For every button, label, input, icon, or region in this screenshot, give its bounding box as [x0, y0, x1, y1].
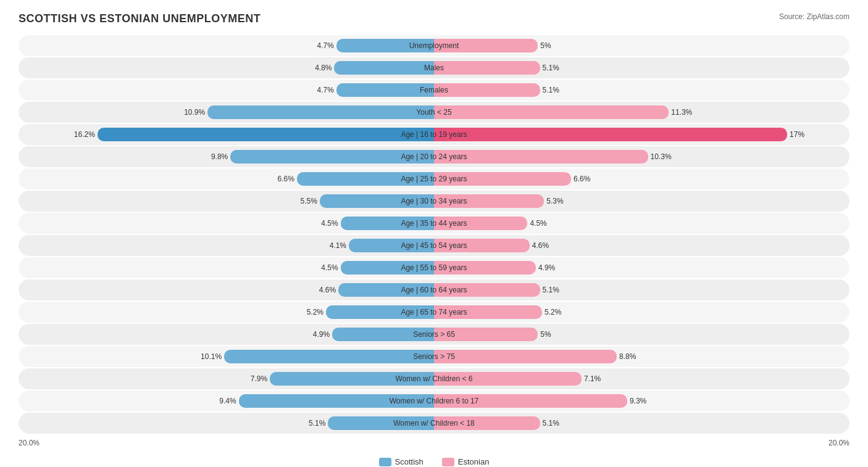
right-section: 5.1%	[434, 415, 849, 432]
right-value: 5.1%	[540, 419, 564, 428]
bar-right	[434, 150, 648, 163]
right-value: 5.1%	[540, 64, 564, 72]
right-value: 6.6%	[571, 175, 595, 183]
right-value: 4.9%	[536, 263, 559, 272]
left-value: 4.7%	[313, 41, 336, 50]
left-section: 5.2%	[19, 304, 434, 321]
bar-right	[434, 350, 617, 363]
axis-right: 20.0%	[828, 439, 849, 447]
right-value: 17%	[787, 130, 811, 139]
bar-left	[239, 394, 434, 408]
left-value: 4.8%	[311, 64, 334, 72]
bar-right	[434, 394, 627, 408]
bar-row: 10.1% Seniors > 75 8.8%	[19, 346, 849, 367]
left-value: 4.9%	[309, 330, 332, 339]
bar-row: 5.2% Age | 65 to 74 years 5.2%	[19, 302, 849, 323]
left-value: 9.4%	[215, 397, 239, 405]
bar-left	[224, 350, 434, 363]
left-section: 4.6%	[19, 281, 434, 299]
chart-source: Source: ZipAtlas.com	[779, 12, 849, 21]
chart-title: SCOTTISH VS ESTONIAN UNEMPLOYMENT	[19, 12, 261, 25]
axis-row: 20.0% 20.0%	[19, 435, 849, 453]
bar-row: 6.6% Age | 25 to 29 years 6.6%	[19, 168, 849, 189]
chart-header: SCOTTISH VS ESTONIAN UNEMPLOYMENT Source…	[19, 12, 849, 25]
bar-row: 4.9% Seniors > 65 5%	[19, 324, 849, 345]
left-section: 6.6%	[19, 170, 434, 188]
bar-row: 4.1% Age | 45 to 54 years 4.6%	[19, 235, 849, 256]
bar-right	[434, 83, 540, 97]
left-section: 4.7%	[19, 37, 434, 54]
bar-row: 5.5% Age | 30 to 34 years 5.3%	[19, 191, 849, 212]
bar-row: 4.7% Unemployment 5%	[19, 35, 849, 56]
right-section: 5.1%	[434, 81, 849, 99]
right-value: 7.1%	[582, 374, 605, 383]
right-value: 8.8%	[617, 352, 640, 361]
right-section: 8.8%	[434, 348, 849, 365]
left-section: 9.4%	[19, 392, 434, 410]
bar-row: 4.6% Age | 60 to 64 years 5.1%	[19, 279, 849, 300]
right-section: 4.5%	[434, 215, 849, 232]
right-value: 5%	[538, 330, 561, 339]
right-section: 4.6%	[434, 237, 849, 254]
right-section: 5.2%	[434, 304, 849, 321]
right-section: 5.3%	[434, 192, 849, 210]
bar-right	[434, 416, 540, 430]
left-section: 4.9%	[19, 326, 434, 343]
bar-left	[270, 372, 434, 386]
left-section: 16.2%	[19, 126, 434, 143]
left-section: 10.9%	[19, 104, 434, 121]
left-value: 4.7%	[313, 86, 336, 94]
bar-row: 10.9% Youth < 25 11.3%	[19, 102, 849, 123]
bar-row: 4.5% Age | 55 to 59 years 4.9%	[19, 257, 849, 278]
left-value: 16.2%	[74, 130, 98, 139]
left-section: 4.5%	[19, 215, 434, 232]
bar-left	[230, 150, 434, 163]
right-value: 4.5%	[527, 219, 551, 228]
right-value: 5.1%	[540, 286, 564, 294]
bar-right	[434, 39, 538, 52]
left-section: 4.8%	[19, 59, 434, 76]
right-value: 5.1%	[540, 86, 564, 94]
bar-left	[341, 261, 434, 275]
right-section: 5.1%	[434, 59, 849, 76]
bar-row: 9.8% Age | 20 to 24 years 10.3%	[19, 146, 849, 167]
bar-right	[434, 283, 540, 297]
estonian-label: Estonian	[458, 457, 490, 466]
bar-left	[338, 283, 434, 297]
right-section: 5%	[434, 37, 849, 54]
bar-left	[328, 416, 434, 430]
bar-left	[332, 328, 434, 341]
right-section: 9.3%	[434, 392, 849, 410]
left-value: 5.2%	[303, 308, 326, 316]
left-value: 5.5%	[296, 197, 320, 205]
left-section: 10.1%	[19, 348, 434, 365]
left-value: 4.5%	[317, 219, 341, 228]
right-value: 5.2%	[542, 308, 565, 316]
bar-row: 9.4% Women w/ Children 6 to 17 9.3%	[19, 391, 849, 411]
left-value: 5.1%	[304, 419, 328, 428]
scottish-swatch	[379, 458, 391, 466]
bar-row: 4.5% Age | 35 to 44 years 4.5%	[19, 213, 849, 234]
bar-right	[434, 305, 542, 319]
bar-row: 7.9% Women w/ Children < 6 7.1%	[19, 368, 849, 389]
right-value: 5%	[538, 41, 561, 50]
bar-left	[297, 172, 434, 186]
bar-left	[326, 305, 434, 319]
estonian-swatch	[442, 458, 454, 466]
left-section: 9.8%	[19, 148, 434, 165]
bar-left	[334, 61, 434, 75]
axis-left: 20.0%	[19, 439, 40, 447]
right-section: 17%	[434, 126, 849, 143]
bar-right	[434, 217, 527, 230]
right-section: 4.9%	[434, 259, 849, 276]
bar-left	[207, 105, 434, 119]
left-value: 4.1%	[325, 241, 349, 250]
bar-left	[349, 239, 434, 252]
bar-row: 16.2% Age | 16 to 19 years 17%	[19, 124, 849, 145]
scottish-label: Scottish	[395, 457, 424, 466]
bar-left	[336, 39, 434, 52]
right-value: 10.3%	[648, 152, 672, 161]
bar-right	[434, 372, 582, 386]
chart-body: 4.7% Unemployment 5% 4.8% Males 5.1% 4.7…	[19, 35, 849, 434]
bar-right	[434, 261, 536, 275]
